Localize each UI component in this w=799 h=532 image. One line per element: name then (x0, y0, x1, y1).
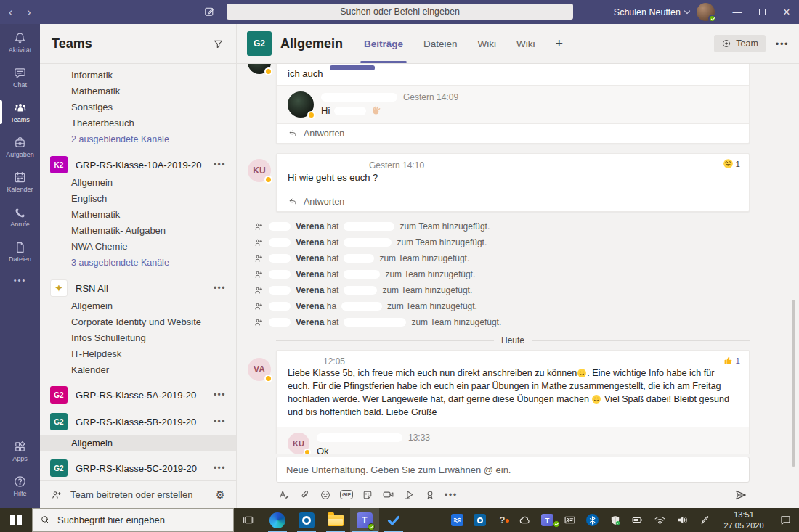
team-options-button[interactable]: ••• (214, 283, 226, 293)
sidebar-channel[interactable]: Allgemein (40, 298, 236, 314)
sidebar-team[interactable]: K2 GRP-RS-Klasse-10A-2019-20 ••• (40, 155, 236, 175)
tray-bluetooth[interactable] (581, 514, 604, 526)
taskbar-app-outlook[interactable] (292, 508, 321, 532)
rail-more-apps-button[interactable]: ••• (0, 271, 40, 290)
start-button[interactable] (0, 508, 32, 532)
rail-item-calls[interactable]: Anrufe (0, 200, 40, 233)
team-options-button[interactable]: ••• (214, 417, 226, 427)
tray-contact-card[interactable] (559, 514, 581, 526)
sidebar-team[interactable]: ✦ RSN All ••• (40, 278, 236, 298)
new-message-input[interactable]: Neue Unterhaltung. Geben Sie zum Erwähne… (276, 457, 750, 483)
reaction-chip[interactable]: 1 (723, 158, 740, 169)
sidebar-channel[interactable]: Corporate Identity und Website (40, 314, 236, 330)
praise-icon[interactable] (424, 489, 436, 501)
command-search-input[interactable]: Suchen oder Befehl eingeben (227, 4, 573, 20)
rail-item-teams[interactable]: Teams (0, 96, 40, 128)
sidebar-channel[interactable]: Infos Schulleitung (40, 330, 236, 346)
hidden-channels-link[interactable]: 3 ausgeblendete Kanäle (40, 255, 236, 271)
sidebar-team[interactable]: G2 GRP-RS-Klasse-5B-2019-20 ••• (40, 412, 236, 432)
avatar[interactable] (697, 3, 715, 21)
tab-files[interactable]: Dateien (421, 24, 460, 63)
tab-wiki[interactable]: Wiki (476, 24, 499, 63)
sidebar-channel[interactable]: NWA Chemie (40, 239, 236, 255)
tray-help[interactable]: ? (491, 515, 514, 525)
format-icon[interactable] (278, 488, 291, 501)
taskbar-app-todo[interactable] (379, 508, 408, 532)
team-visibility-button[interactable]: Team (714, 35, 766, 52)
tray-volume[interactable] (671, 514, 694, 526)
taskbar-search-input[interactable]: Suchbegriff hier eingeben (32, 508, 234, 532)
sidebar-channel[interactable]: Mathematik (40, 207, 236, 223)
close-button[interactable]: × (774, 0, 799, 24)
sidebar-channel[interactable]: IT-Helpdesk (40, 346, 236, 362)
sidebar-channel[interactable]: Mathematik- Aufgaben (40, 223, 236, 239)
sidebar-team[interactable]: G2 GRP-RS-Klasse-5C-2019-20 ••• (40, 458, 236, 478)
sidebar-team[interactable]: G2 GRP-RS-Klasse-5A-2019-20 ••• (40, 385, 236, 405)
avatar[interactable]: KU (248, 159, 271, 182)
reply-link[interactable]: Antworten (277, 124, 749, 143)
message-list[interactable]: ich auch Gestern 14:09 Hi (237, 64, 799, 454)
taskbar-app-explorer[interactable] (321, 508, 350, 532)
gif-icon[interactable]: GIF (340, 490, 353, 499)
sticker-icon[interactable] (362, 489, 373, 501)
restore-button[interactable] (750, 0, 774, 24)
sidebar-channel[interactable]: Mathematik (40, 83, 236, 99)
sidebar-channel[interactable]: Kalender (40, 362, 236, 378)
action-center-button[interactable] (771, 514, 799, 526)
emoji-icon[interactable] (320, 489, 331, 501)
tray-teams[interactable]: T (536, 514, 559, 526)
tray-battery[interactable] (626, 514, 649, 526)
scrollbar[interactable] (792, 300, 795, 467)
more-options-icon[interactable]: ••• (445, 489, 458, 500)
sidebar-channel[interactable]: Englisch (40, 191, 236, 207)
account-switcher[interactable]: Schulen Neuffen (614, 7, 689, 17)
meet-now-icon[interactable] (382, 488, 394, 501)
filter-icon[interactable] (212, 38, 224, 50)
avatar[interactable]: KU (288, 433, 309, 454)
hidden-channels-link[interactable]: 2 ausgeblendete Kanäle (40, 131, 236, 148)
sidebar-channel-selected[interactable]: Allgemein (40, 435, 236, 451)
rail-item-help[interactable]: Hilfe (0, 470, 40, 502)
forward-button[interactable]: › (27, 7, 31, 18)
tab-posts[interactable]: Beiträge (362, 24, 405, 63)
tray-app-waves[interactable] (446, 514, 469, 526)
add-tab-button[interactable]: + (553, 24, 566, 63)
team-options-button[interactable]: ••• (214, 390, 226, 400)
tab-wiki-2[interactable]: Wiki (514, 24, 538, 63)
reply-link[interactable]: Antworten (277, 192, 749, 211)
attach-icon[interactable] (299, 489, 311, 501)
taskbar-app-teams[interactable]: T (350, 508, 379, 532)
team-options-button[interactable]: ••• (214, 160, 226, 170)
rail-item-activity[interactable]: Aktivität (0, 26, 40, 59)
tray-wifi[interactable] (649, 514, 671, 526)
avatar[interactable] (288, 91, 314, 118)
rail-item-apps[interactable]: Apps (0, 435, 40, 467)
sidebar-channel[interactable]: Informatik (40, 67, 236, 83)
taskbar-clock[interactable]: 13:51 27.05.2020 (716, 510, 771, 531)
minimize-button[interactable]: — (725, 0, 750, 24)
tray-pen[interactable] (694, 515, 716, 526)
team-options-button[interactable]: ••• (214, 463, 226, 473)
taskbar-app-edge[interactable] (263, 508, 292, 532)
send-button[interactable] (734, 488, 747, 502)
sidebar-channel[interactable]: Sonstiges (40, 99, 236, 115)
back-button[interactable]: ‹ (9, 7, 12, 18)
sidebar-channel[interactable]: Allgemein (40, 175, 236, 191)
rail-item-calendar[interactable]: Kalender (0, 165, 40, 198)
channel-options-button[interactable]: ••• (776, 38, 789, 49)
avatar[interactable] (248, 64, 271, 74)
stream-icon[interactable] (403, 488, 415, 501)
tray-outlook[interactable] (469, 514, 491, 526)
rail-item-files[interactable]: Dateien (0, 235, 40, 268)
sidebar-channel[interactable]: Theaterbesuch (40, 115, 236, 131)
rail-item-chat[interactable]: Chat (0, 61, 40, 94)
reaction-chip[interactable]: 1 (723, 355, 740, 366)
gear-icon[interactable]: ⚙ (216, 488, 225, 502)
join-team-button[interactable]: Team beitreten oder erstellen (70, 489, 208, 500)
new-chat-icon[interactable] (203, 6, 215, 17)
tray-defender[interactable] (604, 515, 626, 526)
avatar[interactable]: VA (248, 358, 271, 381)
tray-onedrive[interactable] (514, 514, 536, 527)
task-view-button[interactable] (234, 508, 263, 532)
rail-item-assignments[interactable]: Aufgaben (0, 131, 40, 163)
